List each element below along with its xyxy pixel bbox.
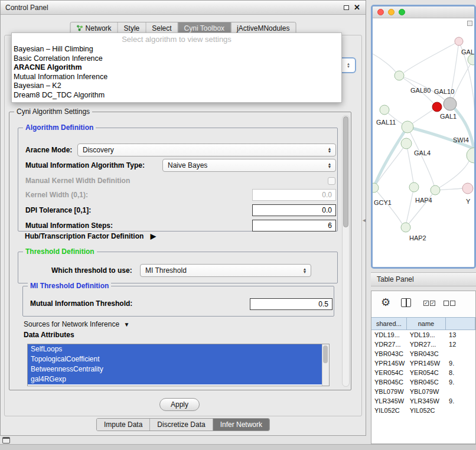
table-row[interactable]: YPR145WYPR145W9. xyxy=(371,358,475,368)
collapse-arrow-icon[interactable]: ▼ xyxy=(123,321,129,328)
attributes-list-scrollbar[interactable] xyxy=(322,344,329,386)
network-node[interactable] xyxy=(431,185,440,195)
network-node[interactable] xyxy=(455,37,463,45)
table-cell: YIL052C xyxy=(371,406,407,415)
deselect-all-checkboxes-icon[interactable] xyxy=(444,301,455,306)
hub-section-label: Hub/Transcription Factor Definition xyxy=(25,232,144,240)
network-view-window: GAL8GAL80GAL10GAL1GAL11SWI4GAL4GCY1HAP4Y… xyxy=(371,5,476,269)
table-cell: YLR345W xyxy=(407,396,446,406)
mi-threshold-field[interactable] xyxy=(250,298,332,310)
table-row[interactable]: YER054CYER054C8. xyxy=(371,368,475,377)
network-node-gal11[interactable] xyxy=(380,105,389,115)
columns-icon[interactable] xyxy=(401,298,411,307)
mi-algorithm-type-label: Mutual Information Algorithm Type: xyxy=(25,159,145,172)
bottom-tab-impute-data[interactable]: Impute Data xyxy=(97,419,150,431)
network-node-gal4[interactable] xyxy=(401,138,412,149)
attribute-item-gal4rgexp[interactable]: gal4RGexp xyxy=(28,374,322,384)
network-node-gal80[interactable] xyxy=(395,71,404,80)
network-node[interactable] xyxy=(402,121,413,133)
attribute-item-betweennesscentrality[interactable]: BetweennessCentrality xyxy=(28,364,322,374)
threshold-definition-title: Threshold Definition xyxy=(23,247,97,256)
algorithm-option-bayesian-k2[interactable]: Bayesian – K2 xyxy=(12,81,341,91)
data-attributes-list[interactable]: SelfLoopsTopologicalCoefficientBetweenne… xyxy=(27,344,330,386)
table-cell xyxy=(446,349,475,358)
network-node-gal1[interactable] xyxy=(432,102,442,112)
table-cell xyxy=(446,406,475,415)
table-column-header[interactable]: shared... xyxy=(371,318,407,330)
mi-algorithm-type-combobox[interactable]: Naive Bayes ▲▼ xyxy=(162,159,336,172)
algorithm-option-basic-correlation-inference[interactable]: Basic Correlation Inference xyxy=(12,54,341,64)
network-node-hap2[interactable] xyxy=(401,223,410,232)
table-column-header[interactable]: name xyxy=(407,318,446,330)
network-node-hap4[interactable] xyxy=(409,182,419,192)
table-row[interactable]: YBR045CYBR045C9. xyxy=(371,377,475,387)
kernel-width-field[interactable] xyxy=(252,189,336,201)
table-row[interactable]: YDL19...YDL19...13 xyxy=(371,330,475,340)
attribute-item-selfloops[interactable]: SelfLoops xyxy=(28,344,322,354)
algorithm-option-bayesian-hill-climbing[interactable]: Bayesian – Hill Climbing xyxy=(12,45,341,54)
bottom-tab-discretize-data[interactable]: Discretize Data xyxy=(150,419,213,431)
which-threshold-combobox[interactable]: MI Threshold ▲▼ xyxy=(140,264,311,277)
cyni-algorithm-settings-group: Cyni Algorithm Settings Algorithm Defini… xyxy=(9,112,351,390)
node-label: HAP2 xyxy=(409,234,426,242)
algorithm-option-aracne-algorithm[interactable]: ARACNE Algorithm xyxy=(12,63,341,73)
scroll-corner-box xyxy=(467,21,472,26)
network-node-gal8[interactable] xyxy=(468,54,474,65)
table-cell: 12 xyxy=(446,340,475,349)
manual-kernel-width-label: Manual Kernel Width Definition xyxy=(25,174,130,187)
table-row[interactable]: YBL079WYBL079W xyxy=(371,387,475,396)
minimized-panel-icon[interactable] xyxy=(2,437,10,444)
table-column-header[interactable] xyxy=(446,318,475,330)
table-row[interactable]: YIL052CYIL052C xyxy=(371,406,475,415)
minimize-traffic-light-icon[interactable] xyxy=(388,9,395,15)
table-row[interactable]: YLR345WYLR345W9. xyxy=(371,396,475,406)
float-window-icon[interactable] xyxy=(344,5,349,10)
node-label: GAL1 xyxy=(440,113,457,120)
algorithm-combobox-fragment[interactable]: ▲▼ xyxy=(342,57,356,73)
node-label: Y xyxy=(466,198,471,205)
table-cell: 9. xyxy=(446,396,475,406)
network-canvas[interactable]: GAL8GAL80GAL10GAL1GAL11SWI4GAL4GCY1HAP4Y… xyxy=(373,18,474,267)
apply-button[interactable]: Apply xyxy=(159,398,200,411)
table-cell: 13 xyxy=(446,330,475,340)
panel-splitter-handle[interactable]: ◂ xyxy=(363,217,366,223)
network-graph: GAL8GAL80GAL10GAL1GAL11SWI4GAL4GCY1HAP4Y… xyxy=(373,18,474,267)
dpi-tolerance-label: DPI Tolerance [0,1]: xyxy=(25,204,91,217)
table-cell: YDR27... xyxy=(371,340,407,349)
table-cell: YDR27... xyxy=(407,340,446,349)
mi-steps-field[interactable] xyxy=(252,220,336,231)
combo-arrows-icon: ▲▼ xyxy=(325,147,334,153)
gear-icon[interactable]: ⚙ xyxy=(381,296,390,309)
expand-arrow-icon[interactable]: ▶ xyxy=(151,232,156,240)
network-node-gal10[interactable] xyxy=(444,97,457,110)
algorithm-definition-group: Algorithm Definition Aracne Mode: Discov… xyxy=(18,128,338,231)
table-cell: YLR345W xyxy=(371,396,407,406)
table-cell: YBR045C xyxy=(371,377,407,387)
table-row[interactable]: YDR27...YDR27...12 xyxy=(371,340,475,349)
close-icon[interactable]: ✕ xyxy=(354,3,360,12)
algorithm-option-dream8-dc-tdc-algorithm[interactable]: Dream8 DC_TDC Algorithm xyxy=(12,91,341,100)
dropdown-options: Bayesian – Hill ClimbingBasic Correlatio… xyxy=(12,45,341,100)
table-row[interactable]: YBR043CYBR043C xyxy=(371,349,475,358)
close-traffic-light-icon[interactable] xyxy=(377,9,384,15)
bottom-tab-infer-network[interactable]: Infer Network xyxy=(213,419,269,431)
hub-transcription-factor-section[interactable]: Hub/Transcription Factor Definition ▶ xyxy=(25,232,156,240)
table-cell: YBR043C xyxy=(407,349,446,358)
algorithm-option-mutual-information-inference[interactable]: Mutual Information Inference xyxy=(12,73,341,82)
aracne-mode-combobox[interactable]: Discovery ▲▼ xyxy=(77,144,336,156)
network-node-y[interactable] xyxy=(462,183,473,194)
settings-scrollbar-thumb[interactable] xyxy=(343,116,348,227)
table-cell: 9. xyxy=(446,358,475,368)
network-node-swi4[interactable] xyxy=(467,148,474,163)
dpi-tolerance-field[interactable] xyxy=(252,204,336,216)
sources-section[interactable]: Sources for Network Inference ▼ xyxy=(24,320,129,328)
zoom-traffic-light-icon[interactable] xyxy=(399,9,405,15)
scrollbar-thumb[interactable] xyxy=(323,345,328,363)
attribute-item-topologicalcoefficient[interactable]: TopologicalCoefficient xyxy=(28,354,322,364)
bottom-tab-strip: Impute DataDiscretize DataInfer Network xyxy=(96,418,270,431)
select-all-checkboxes-icon[interactable]: ✓✓ xyxy=(423,301,435,306)
table-cell: YDL19... xyxy=(407,330,446,340)
manual-kernel-width-checkbox[interactable] xyxy=(328,177,335,185)
settings-scrollbar[interactable] xyxy=(342,115,350,387)
network-node-gcy1[interactable] xyxy=(373,183,379,193)
